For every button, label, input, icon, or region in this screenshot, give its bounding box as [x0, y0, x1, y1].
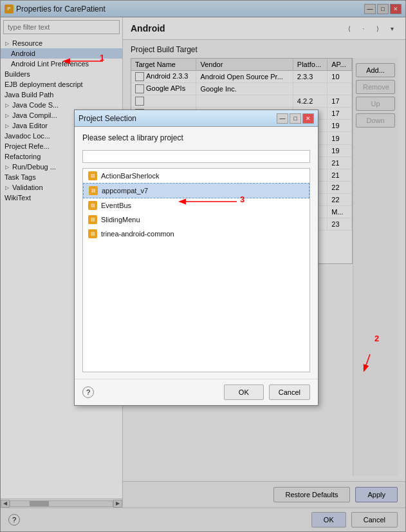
modal-cancel-button[interactable]: Cancel [269, 385, 310, 400]
list-item-label: appcompat_v7 [102, 187, 148, 195]
modal-action-buttons: OK Cancel [224, 385, 310, 400]
modal-restore-button[interactable]: □ [290, 113, 301, 124]
project-icon: ▤ [88, 201, 97, 210]
project-icon: ▤ [88, 171, 97, 180]
modal-window: Project Selection — □ ✕ Please select a … [74, 109, 318, 406]
modal-title: Project Selection [78, 114, 136, 123]
project-icon: ▤ [88, 215, 97, 224]
modal-close-button[interactable]: ✕ [302, 113, 314, 124]
list-item-slidingmenu[interactable]: ▤ SlidingMenu [83, 213, 309, 227]
project-icon: ▤ [89, 186, 98, 195]
modal-controls: — □ ✕ [277, 113, 314, 124]
modal-list: ▤ ActionBarSherlock ▤ appcompat_v7 ▤ Eve… [82, 168, 310, 372]
modal-title-bar: Project Selection — □ ✕ [75, 110, 318, 127]
list-item-label: EventBus [101, 202, 131, 209]
modal-ok-button[interactable]: OK [224, 385, 264, 400]
list-item-actionbarsherlock[interactable]: ▤ ActionBarSherlock [83, 169, 309, 183]
list-item-eventbus[interactable]: ▤ EventBus [83, 198, 309, 213]
list-item-trinea[interactable]: ▤ trinea-android-common [83, 227, 309, 241]
list-item-label: ActionBarSherlock [101, 172, 160, 180]
modal-prompt: Please select a library project [82, 133, 310, 142]
modal-minimize-button[interactable]: — [277, 113, 288, 124]
list-item-label: SlidingMenu [101, 216, 140, 223]
project-icon: ▤ [88, 229, 97, 238]
list-item-appcompat[interactable]: ▤ appcompat_v7 [83, 183, 309, 198]
modal-search-input[interactable] [82, 150, 310, 163]
modal-body: Please select a library project ▤ Action… [75, 127, 318, 379]
list-item-label: trinea-android-common [101, 230, 174, 238]
modal-help-button[interactable]: ? [82, 386, 94, 398]
modal-overlay: Project Selection — □ ✕ Please select a … [0, 0, 406, 532]
modal-footer: ? OK Cancel [75, 379, 318, 405]
